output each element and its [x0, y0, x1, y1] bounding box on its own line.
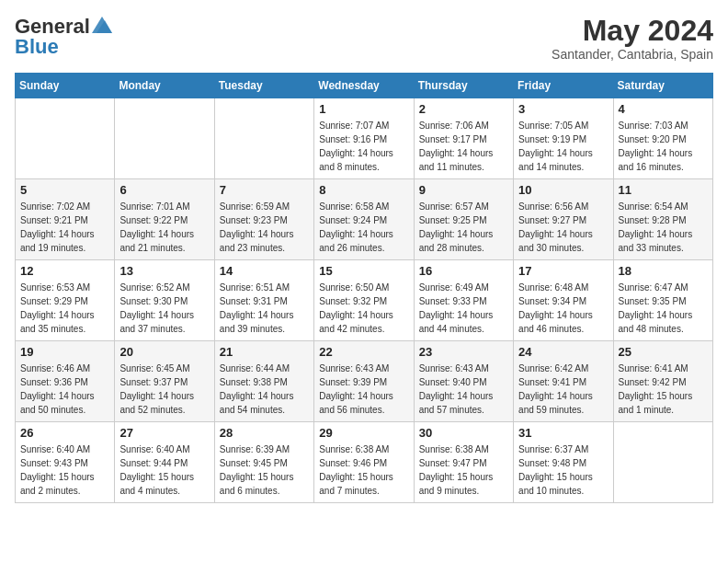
- day-number: 29: [319, 426, 408, 440]
- logo-icon: [92, 17, 112, 33]
- day-number: 13: [119, 264, 209, 278]
- day-info: Sunrise: 6:54 AMSunset: 9:28 PMDaylight:…: [619, 200, 708, 255]
- week-row-5: 26Sunrise: 6:40 AMSunset: 9:43 PMDayligh…: [16, 422, 713, 503]
- day-number: 6: [119, 183, 209, 197]
- day-number: 27: [119, 426, 209, 440]
- day-cell: 12Sunrise: 6:53 AMSunset: 9:29 PMDayligh…: [16, 260, 115, 341]
- week-row-2: 5Sunrise: 7:02 AMSunset: 9:21 PMDaylight…: [16, 179, 713, 260]
- header-thursday: Thursday: [414, 74, 513, 98]
- week-row-3: 12Sunrise: 6:53 AMSunset: 9:29 PMDayligh…: [16, 260, 713, 341]
- day-number: 26: [20, 426, 109, 440]
- day-number: 12: [20, 264, 109, 278]
- day-cell: 3Sunrise: 7:05 AMSunset: 9:19 PMDaylight…: [514, 98, 613, 179]
- day-number: 11: [619, 183, 708, 197]
- logo: General Blue: [15, 15, 112, 59]
- day-cell: 7Sunrise: 6:59 AMSunset: 9:23 PMDaylight…: [214, 179, 313, 260]
- day-cell: 9Sunrise: 6:57 AMSunset: 9:25 PMDaylight…: [414, 179, 513, 260]
- day-cell: 19Sunrise: 6:46 AMSunset: 9:36 PMDayligh…: [16, 341, 115, 422]
- day-info: Sunrise: 7:01 AMSunset: 9:22 PMDaylight:…: [119, 200, 209, 255]
- header-saturday: Saturday: [613, 74, 712, 98]
- day-info: Sunrise: 6:57 AMSunset: 9:25 PMDaylight:…: [419, 200, 508, 255]
- day-info: Sunrise: 6:53 AMSunset: 9:29 PMDaylight:…: [20, 281, 109, 336]
- day-info: Sunrise: 6:39 AMSunset: 9:45 PMDaylight:…: [220, 442, 309, 498]
- day-cell: 18Sunrise: 6:47 AMSunset: 9:35 PMDayligh…: [613, 260, 712, 341]
- month-title: May 2024: [552, 15, 713, 47]
- day-number: 23: [419, 345, 508, 359]
- day-number: 22: [319, 345, 408, 359]
- location-subtitle: Santander, Cantabria, Spain: [552, 47, 713, 62]
- day-cell: 23Sunrise: 6:43 AMSunset: 9:40 PMDayligh…: [414, 341, 513, 422]
- header-sunday: Sunday: [16, 74, 115, 98]
- header-tuesday: Tuesday: [214, 74, 313, 98]
- day-cell: 16Sunrise: 6:49 AMSunset: 9:33 PMDayligh…: [414, 260, 513, 341]
- day-info: Sunrise: 6:50 AMSunset: 9:32 PMDaylight:…: [319, 281, 408, 336]
- day-cell: 29Sunrise: 6:38 AMSunset: 9:46 PMDayligh…: [314, 422, 414, 503]
- day-number: 18: [619, 264, 708, 278]
- day-info: Sunrise: 7:02 AMSunset: 9:21 PMDaylight:…: [20, 200, 109, 255]
- day-info: Sunrise: 6:42 AMSunset: 9:41 PMDaylight:…: [518, 362, 608, 417]
- day-info: Sunrise: 7:07 AMSunset: 9:16 PMDaylight:…: [319, 119, 408, 174]
- day-info: Sunrise: 7:06 AMSunset: 9:17 PMDaylight:…: [419, 119, 508, 174]
- day-number: 7: [220, 183, 309, 197]
- day-cell: 31Sunrise: 6:37 AMSunset: 9:48 PMDayligh…: [514, 422, 613, 503]
- day-info: Sunrise: 6:46 AMSunset: 9:36 PMDaylight:…: [20, 362, 109, 417]
- logo-blue: Blue: [15, 35, 59, 59]
- day-info: Sunrise: 6:40 AMSunset: 9:44 PMDaylight:…: [119, 442, 209, 498]
- day-number: 1: [319, 102, 408, 116]
- day-info: Sunrise: 6:38 AMSunset: 9:47 PMDaylight:…: [419, 442, 508, 498]
- day-info: Sunrise: 7:05 AMSunset: 9:19 PMDaylight:…: [518, 119, 608, 174]
- day-info: Sunrise: 6:43 AMSunset: 9:40 PMDaylight:…: [419, 362, 508, 417]
- day-cell: 6Sunrise: 7:01 AMSunset: 9:22 PMDaylight…: [115, 179, 214, 260]
- day-number: 10: [518, 183, 608, 197]
- calendar-table: Sunday Monday Tuesday Wednesday Thursday…: [15, 73, 713, 503]
- day-number: 4: [619, 102, 708, 116]
- day-cell: 5Sunrise: 7:02 AMSunset: 9:21 PMDaylight…: [16, 179, 115, 260]
- title-area: May 2024 Santander, Cantabria, Spain: [552, 15, 713, 62]
- day-number: 17: [518, 264, 608, 278]
- day-cell: 10Sunrise: 6:56 AMSunset: 9:27 PMDayligh…: [514, 179, 613, 260]
- day-number: 14: [220, 264, 309, 278]
- day-cell: 26Sunrise: 6:40 AMSunset: 9:43 PMDayligh…: [16, 422, 115, 503]
- day-number: 21: [220, 345, 309, 359]
- day-info: Sunrise: 6:43 AMSunset: 9:39 PMDaylight:…: [319, 362, 408, 417]
- day-cell: 22Sunrise: 6:43 AMSunset: 9:39 PMDayligh…: [314, 341, 414, 422]
- day-number: 24: [518, 345, 608, 359]
- day-cell: 14Sunrise: 6:51 AMSunset: 9:31 PMDayligh…: [214, 260, 313, 341]
- day-info: Sunrise: 6:47 AMSunset: 9:35 PMDaylight:…: [619, 281, 708, 336]
- header-wednesday: Wednesday: [314, 74, 414, 98]
- day-cell: 28Sunrise: 6:39 AMSunset: 9:45 PMDayligh…: [214, 422, 313, 503]
- day-cell: 13Sunrise: 6:52 AMSunset: 9:30 PMDayligh…: [115, 260, 214, 341]
- day-cell: 30Sunrise: 6:38 AMSunset: 9:47 PMDayligh…: [414, 422, 513, 503]
- day-cell: 27Sunrise: 6:40 AMSunset: 9:44 PMDayligh…: [115, 422, 214, 503]
- day-cell: 20Sunrise: 6:45 AMSunset: 9:37 PMDayligh…: [115, 341, 214, 422]
- day-number: 19: [20, 345, 109, 359]
- day-cell: 17Sunrise: 6:48 AMSunset: 9:34 PMDayligh…: [514, 260, 613, 341]
- day-info: Sunrise: 6:49 AMSunset: 9:33 PMDaylight:…: [419, 281, 508, 336]
- day-info: Sunrise: 6:40 AMSunset: 9:43 PMDaylight:…: [20, 442, 109, 498]
- calendar-header-row: Sunday Monday Tuesday Wednesday Thursday…: [16, 74, 713, 98]
- day-number: 28: [220, 426, 309, 440]
- day-cell: 24Sunrise: 6:42 AMSunset: 9:41 PMDayligh…: [514, 341, 613, 422]
- day-number: 25: [619, 345, 708, 359]
- day-number: 20: [119, 345, 209, 359]
- day-info: Sunrise: 6:59 AMSunset: 9:23 PMDaylight:…: [220, 200, 309, 255]
- day-info: Sunrise: 6:52 AMSunset: 9:30 PMDaylight:…: [119, 281, 209, 336]
- day-cell: 25Sunrise: 6:41 AMSunset: 9:42 PMDayligh…: [613, 341, 712, 422]
- day-info: Sunrise: 6:56 AMSunset: 9:27 PMDaylight:…: [518, 200, 608, 255]
- day-cell: 8Sunrise: 6:58 AMSunset: 9:24 PMDaylight…: [314, 179, 414, 260]
- day-number: 16: [419, 264, 508, 278]
- day-number: 8: [319, 183, 408, 197]
- day-info: Sunrise: 6:37 AMSunset: 9:48 PMDaylight:…: [518, 442, 608, 498]
- day-info: Sunrise: 6:51 AMSunset: 9:31 PMDaylight:…: [220, 281, 309, 336]
- day-info: Sunrise: 6:38 AMSunset: 9:46 PMDaylight:…: [319, 442, 408, 498]
- day-cell: 21Sunrise: 6:44 AMSunset: 9:38 PMDayligh…: [214, 341, 313, 422]
- day-number: 3: [518, 102, 608, 116]
- day-info: Sunrise: 6:48 AMSunset: 9:34 PMDaylight:…: [518, 281, 608, 336]
- day-info: Sunrise: 6:41 AMSunset: 9:42 PMDaylight:…: [619, 362, 708, 417]
- day-info: Sunrise: 7:03 AMSunset: 9:20 PMDaylight:…: [619, 119, 708, 174]
- day-cell: [613, 422, 712, 503]
- day-cell: 4Sunrise: 7:03 AMSunset: 9:20 PMDaylight…: [613, 98, 712, 179]
- week-row-1: 1Sunrise: 7:07 AMSunset: 9:16 PMDaylight…: [16, 98, 713, 179]
- day-number: 30: [419, 426, 508, 440]
- day-cell: [214, 98, 313, 179]
